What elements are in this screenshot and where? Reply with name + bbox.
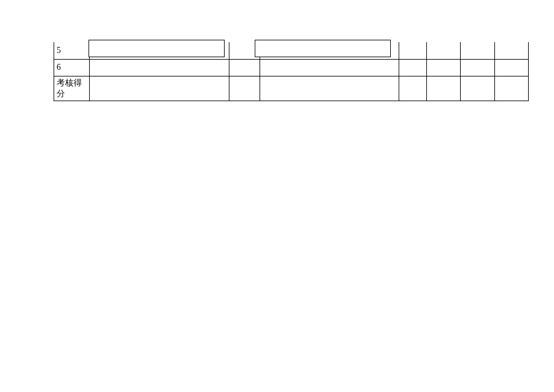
cell [427, 42, 461, 59]
table-row: 6 [54, 59, 529, 76]
overlay-box [255, 40, 391, 57]
cell [461, 59, 494, 76]
cell-index: 5 [54, 42, 90, 59]
cell [90, 59, 229, 76]
cell [260, 76, 399, 101]
cell [494, 59, 528, 76]
cell-score-label: 考核得分 [54, 76, 90, 101]
document-page: 5 6 考核得分 [54, 42, 529, 101]
cell [461, 76, 494, 101]
cell-index: 6 [54, 59, 90, 76]
cell [229, 76, 260, 101]
cell [494, 42, 528, 59]
cell [427, 59, 461, 76]
cell [229, 59, 260, 76]
cell [399, 59, 427, 76]
cell [399, 42, 427, 59]
cell [399, 76, 427, 101]
cell [90, 76, 229, 101]
cell [260, 59, 399, 76]
overlay-box [89, 40, 225, 57]
table-row: 考核得分 [54, 76, 529, 101]
cell [494, 76, 528, 101]
cell [461, 42, 494, 59]
cell [427, 76, 461, 101]
